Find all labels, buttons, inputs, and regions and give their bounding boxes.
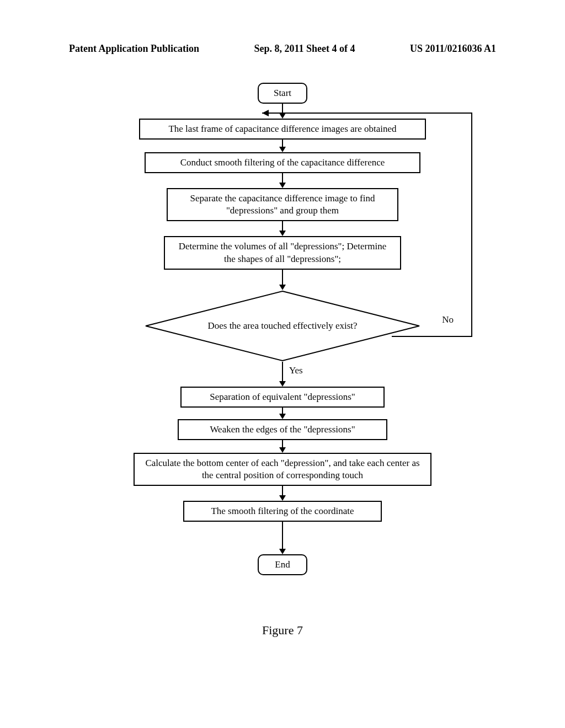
step-label: Calculate the bottom center of each "dep… — [145, 458, 419, 480]
connector — [279, 270, 286, 290]
step-label: Separate the capacitance difference imag… — [190, 193, 375, 216]
step-label: Determine the volumes of all "depression… — [179, 241, 386, 264]
step-label: Weaken the edges of the "depressions" — [210, 424, 355, 435]
step-smooth-coord: The smooth filtering of the coordinate — [183, 501, 382, 522]
step-separate-depressions: Separate the capacitance difference imag… — [167, 188, 398, 221]
step-smooth-filter: Conduct smooth filtering of the capacita… — [145, 152, 420, 173]
step-weaken-edges: Weaken the edges of the "depressions" — [178, 419, 387, 440]
publication-label: Patent Application Publication — [69, 43, 199, 55]
page-header: Patent Application Publication Sep. 8, 2… — [0, 43, 565, 55]
connector — [279, 440, 286, 453]
connector — [279, 104, 286, 119]
step-label: Conduct smooth filtering of the capacita… — [180, 157, 385, 168]
decision-touch-exists: Does the area touched effectively exist?… — [145, 290, 420, 362]
branch-no-label: No — [442, 314, 454, 325]
page: Patent Application Publication Sep. 8, 2… — [0, 0, 565, 728]
patent-number: US 2011/0216036 A1 — [410, 43, 496, 55]
figure-caption: Figure 7 — [0, 623, 565, 638]
connector — [279, 221, 286, 236]
step-separate-equivalent: Separation of equivalent "depressions" — [180, 387, 385, 408]
end-node: End — [258, 554, 307, 575]
connector — [279, 140, 286, 152]
start-label: Start — [274, 88, 291, 98]
step-label: The smooth filtering of the coordinate — [211, 506, 354, 516]
connector — [279, 486, 286, 501]
flowchart: Start The last frame of capacitance diff… — [0, 83, 565, 575]
end-label: End — [275, 559, 290, 570]
step-label: The last frame of capacitance difference… — [168, 124, 396, 134]
connector-yes: Yes — [279, 362, 286, 387]
connector — [279, 173, 286, 188]
connector — [279, 408, 286, 419]
step-label: Separation of equivalent "depressions" — [210, 392, 355, 402]
start-node: Start — [258, 83, 307, 104]
step-calc-center: Calculate the bottom center of each "dep… — [134, 453, 431, 486]
connector — [279, 522, 286, 554]
decision-label: Does the area touched effectively exist? — [207, 320, 357, 332]
sheet-label: Sep. 8, 2011 Sheet 4 of 4 — [254, 43, 355, 55]
step-volumes-shapes: Determine the volumes of all "depression… — [164, 236, 401, 269]
branch-yes-label: Yes — [289, 365, 303, 376]
step-obtain-frame: The last frame of capacitance difference… — [139, 119, 426, 140]
